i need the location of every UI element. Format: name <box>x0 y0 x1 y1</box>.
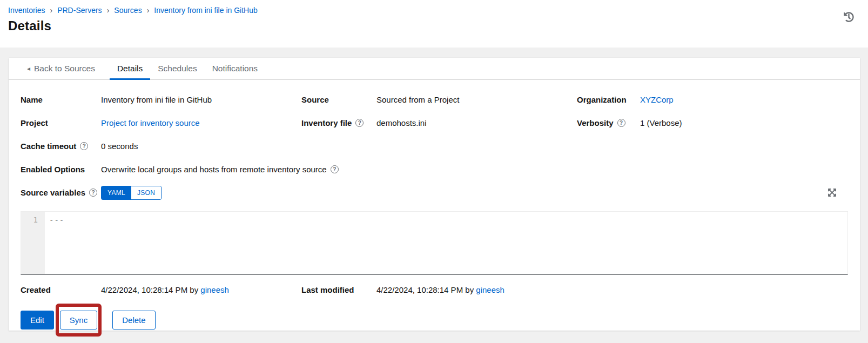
inventory-file-value: demohosts.ini <box>376 118 577 127</box>
organization-label: Organization <box>577 95 640 104</box>
project-label: Project <box>21 118 101 127</box>
tab-details-label: Details <box>117 64 143 73</box>
detail-row: Name Inventory from ini file in GitHub S… <box>21 88 848 111</box>
breadcrumb-separator: › <box>107 6 110 15</box>
tab-bar: ◂ Back to Sources Details Schedules Noti… <box>9 58 860 80</box>
edit-button[interactable]: Edit <box>21 311 54 329</box>
name-value: Inventory from ini file in GitHub <box>101 95 301 104</box>
yaml-toggle-button[interactable]: YAML <box>102 186 131 199</box>
breadcrumb-inventory-source[interactable]: Inventory from ini file in GitHub <box>154 6 257 15</box>
tab-notifications[interactable]: Notifications <box>205 58 265 79</box>
delete-button[interactable]: Delete <box>112 311 155 329</box>
enabled-options-help-icon[interactable]: ? <box>331 165 339 173</box>
tab-back-to-sources[interactable]: ◂ Back to Sources <box>19 58 103 79</box>
created-label: Created <box>21 285 101 294</box>
tab-schedules-label: Schedules <box>158 64 197 73</box>
expand-arrows-icon <box>827 188 837 197</box>
breadcrumb-inventories[interactable]: Inventories <box>8 6 45 15</box>
enabled-options-value: Overwrite local groups and hosts from re… <box>101 165 327 174</box>
inventory-file-label: Inventory file <box>301 118 352 127</box>
cache-timeout-help-icon[interactable]: ? <box>80 142 88 150</box>
editor-line-number: 1 <box>21 216 38 224</box>
page-title: Details <box>8 18 868 33</box>
details-card: ◂ Back to Sources Details Schedules Noti… <box>9 58 860 331</box>
breadcrumb-separator: › <box>147 6 150 15</box>
history-icon[interactable] <box>844 12 854 22</box>
source-variables-help-icon[interactable]: ? <box>89 189 97 197</box>
sync-button[interactable]: Sync <box>60 311 97 329</box>
verbosity-value: 1 (Verbose) <box>640 118 848 127</box>
action-bar: Edit Sync Delete <box>21 304 848 342</box>
page-background: ◂ Back to Sources Details Schedules Noti… <box>0 48 868 343</box>
source-variables-editor[interactable]: 1 --- <box>21 211 848 275</box>
breadcrumb-separator: › <box>50 6 52 15</box>
tab-notifications-label: Notifications <box>212 64 258 73</box>
breadcrumb-sources[interactable]: Sources <box>114 6 142 15</box>
detail-row: Cache timeout ? 0 seconds <box>21 134 848 158</box>
breadcrumb: Inventories › PRD-Servers › Sources › In… <box>8 6 868 15</box>
editor-code-area[interactable]: --- <box>45 212 847 274</box>
enabled-options-label: Enabled Options <box>21 165 101 174</box>
organization-link[interactable]: XYZCorp <box>640 95 674 104</box>
detail-row: Source variables ? YAML JSON <box>21 181 848 204</box>
page-header: Inventories › PRD-Servers › Sources › In… <box>0 0 868 48</box>
expand-icon[interactable] <box>827 188 837 197</box>
details-content: Name Inventory from ini file in GitHub S… <box>9 80 860 342</box>
cache-timeout-value: 0 seconds <box>101 142 848 151</box>
verbosity-label: Verbosity <box>577 118 614 127</box>
cache-timeout-label: Cache timeout <box>21 142 76 151</box>
detail-row: Project Project for inventory source Inv… <box>21 111 848 134</box>
last-modified-label: Last modified <box>301 285 376 294</box>
last-modified-value: 4/22/2024, 10:28:14 PM by <box>376 285 474 294</box>
back-arrow-icon: ◂ <box>27 65 30 72</box>
editor-gutter: 1 <box>21 212 45 274</box>
sync-highlight-annotation: Sync <box>56 304 102 337</box>
tab-back-label: Back to Sources <box>34 64 95 73</box>
source-label: Source <box>301 95 376 104</box>
tab-details[interactable]: Details <box>110 58 150 79</box>
meta-row: Created 4/22/2024, 10:28:14 PM by ginees… <box>21 279 848 300</box>
inventory-file-help-icon[interactable]: ? <box>355 119 364 127</box>
yaml-json-toggle: YAML JSON <box>101 186 162 200</box>
created-value: 4/22/2024, 10:28:14 PM by <box>101 285 198 294</box>
source-variables-label: Source variables <box>21 188 85 197</box>
detail-row: Enabled Options Overwrite local groups a… <box>21 158 848 181</box>
created-user-link[interactable]: gineesh <box>200 285 229 294</box>
verbosity-help-icon[interactable]: ? <box>617 119 625 127</box>
last-modified-user-link[interactable]: gineesh <box>476 285 504 294</box>
breadcrumb-prd-servers[interactable]: PRD-Servers <box>57 6 102 15</box>
tab-schedules[interactable]: Schedules <box>150 58 204 79</box>
source-value: Sourced from a Project <box>376 95 577 104</box>
project-link[interactable]: Project for inventory source <box>101 118 200 127</box>
history-clock-icon <box>844 12 854 22</box>
json-toggle-button[interactable]: JSON <box>131 186 161 199</box>
name-label: Name <box>21 95 101 104</box>
